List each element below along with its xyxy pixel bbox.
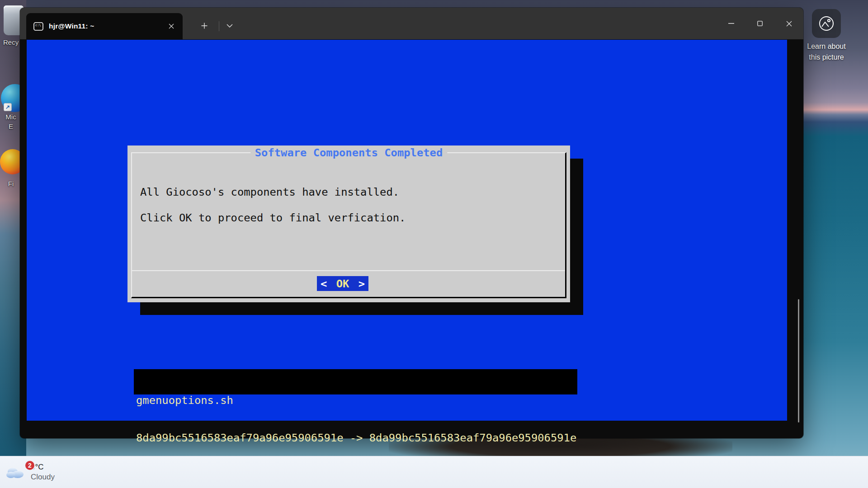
learn-about-line1: Learn about [795, 42, 858, 51]
dialog-title: Software Components Completed [250, 147, 447, 159]
taskbar: 2 9°C Cloudy [0, 456, 868, 488]
terminal-tab[interactable]: c:\ hjr@Win11: ~ [26, 13, 183, 39]
log-line-2: 8da99bc5516583eaf79a96e95906591e -> 8da9… [136, 432, 577, 445]
chevron-down-icon [226, 24, 233, 28]
notification-badge: 2 [24, 460, 35, 471]
dialog-message-line1: All Giocoso's components have installed. [140, 186, 399, 198]
minimize-button[interactable] [717, 8, 745, 39]
log-line-1: gmenuoptions.sh [136, 394, 577, 407]
terminal-window: c:\ hjr@Win11: ~ [20, 8, 803, 438]
recycle-bin-label: Recy [3, 38, 19, 46]
terminal-tab-bar: c:\ hjr@Win11: ~ [20, 8, 803, 39]
close-icon [786, 21, 792, 27]
new-tab-button[interactable] [196, 18, 212, 34]
ok-button[interactable]: < OK > [317, 276, 368, 291]
learn-about-line2: this picture [795, 53, 858, 61]
ok-left-bracket: < [321, 277, 327, 290]
firefox-label: Fi [2, 180, 20, 188]
tab-dropdown-button[interactable] [222, 18, 238, 34]
image-icon [818, 15, 835, 32]
shortcut-arrow-icon: ↗ [4, 103, 12, 111]
weather-condition: Cloudy [31, 472, 55, 482]
svg-text:c:\: c:\ [35, 23, 41, 27]
terminal-log-output: gmenuoptions.sh 8da99bc5516583eaf79a96e9… [134, 369, 577, 394]
minimize-icon [728, 23, 734, 24]
picture-info-button[interactable] [812, 9, 841, 38]
close-icon [169, 23, 174, 29]
edge-label-line2: E [2, 122, 20, 130]
cloud-weather-icon [5, 465, 24, 479]
edge-label-line1: Mic [2, 113, 20, 121]
close-window-button[interactable] [774, 8, 803, 39]
tab-title: hjr@Win11: ~ [49, 22, 160, 30]
terminal-scrollbar-thumb[interactable] [798, 299, 799, 422]
cmd-icon: c:\ [33, 22, 43, 31]
maximize-button[interactable] [745, 8, 774, 39]
terminal-screen: Software Components Completed All Giocos… [27, 40, 787, 421]
tab-bar-divider [219, 21, 219, 31]
dialog-message-line2: Click OK to proceed to final verfication… [140, 212, 406, 224]
weather-widget[interactable]: 2 9°C Cloudy [5, 459, 82, 485]
maximize-icon [757, 21, 763, 26]
whiptail-dialog: Software Components Completed All Giocos… [127, 145, 570, 302]
plus-icon [201, 23, 208, 29]
ok-label: OK [336, 277, 349, 290]
dialog-button-separator [132, 270, 565, 271]
window-caption-buttons [717, 8, 803, 39]
tab-close-button[interactable] [165, 20, 177, 32]
ok-right-bracket: > [359, 277, 365, 290]
